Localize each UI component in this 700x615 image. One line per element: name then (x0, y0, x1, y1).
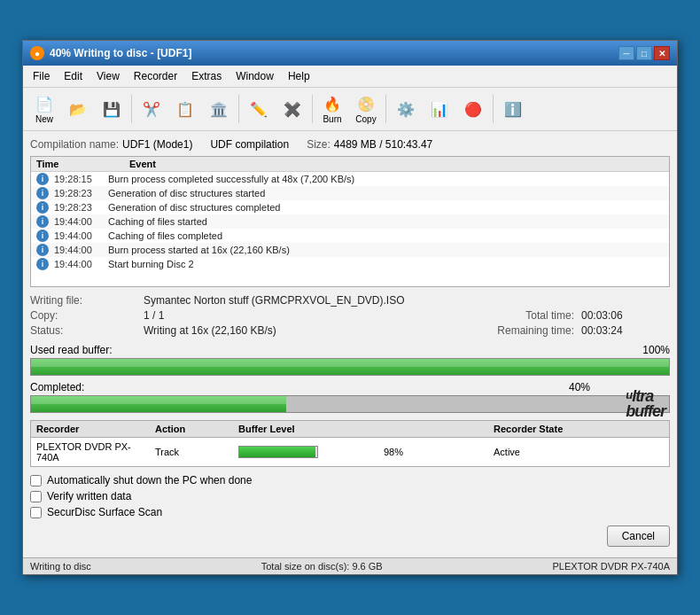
toolbar-sep-5 (493, 95, 494, 123)
status-value: Writing at 16x (22,160 KB/s) (144, 324, 461, 337)
toolbar-info[interactable]: ℹ️ (497, 97, 529, 121)
compilation-name-field: Compilation name: UDF1 (Mode1) (30, 138, 192, 151)
burn-icon: 🔥 (323, 94, 342, 113)
completed-label: Completed: (30, 381, 84, 393)
copy-value: 1 / 1 (144, 309, 461, 322)
remaining-label: Remaining time: (468, 324, 574, 337)
log-info-icon: i (36, 201, 49, 214)
log-time: 19:28:23 (54, 188, 103, 199)
ultra-buffer-logo: ultrabuffer (626, 387, 665, 421)
log-row: i 19:28:23 Generation of disc structures… (31, 200, 669, 214)
title-controls: ─ □ ✕ (618, 46, 670, 60)
status-device: PLEXTOR DVDR PX-740A (553, 561, 670, 572)
log-event-text: Caching of files completed (108, 230, 664, 241)
log-row: i 19:44:00 Caching of files started (31, 214, 669, 229)
cut-icon: ✂️ (142, 99, 161, 119)
compilation-name-label: Compilation name: (30, 138, 119, 151)
toolbar-record[interactable]: 🔴 (457, 97, 489, 121)
log-event-text: Generation of disc structures completed (108, 202, 664, 213)
log-info-icon: i (36, 187, 49, 199)
toolbar-edit[interactable]: ✏️ (243, 97, 275, 121)
cancel-button[interactable]: Cancel (607, 525, 670, 547)
read-buffer-label-row: Used read buffer: 100% (30, 344, 670, 356)
toolbar-paste[interactable]: 📋 (169, 97, 201, 121)
menu-extras[interactable]: Extras (185, 67, 228, 85)
main-window: ● 40% Writing to disc - [UDF1] ─ □ ✕ Fil… (22, 40, 678, 575)
log-event-text: Start burning Disc 2 (108, 259, 664, 269)
log-area[interactable]: Time Event i 19:28:15 Burn process compl… (30, 156, 670, 287)
log-time: 19:28:15 (54, 174, 103, 184)
toolbar-save[interactable]: 💾 (96, 97, 128, 121)
recorder-name: PLEXTOR DVDR PX-740A (36, 441, 152, 463)
shutdown-checkbox[interactable] (30, 475, 42, 487)
new-icon: 📄 (35, 94, 54, 113)
status-writing: Writing to disc (30, 561, 91, 572)
buffer-progress-fill (239, 447, 315, 457)
menu-edit[interactable]: Edit (58, 67, 89, 85)
toolbar-sep-4 (385, 95, 386, 123)
toolbar-cut[interactable]: ✂️ (136, 97, 167, 121)
log-event-text: Burn process started at 16x (22,160 KB/s… (108, 245, 664, 255)
read-buffer-section: Used read buffer: 100% (30, 344, 670, 376)
col-buffer: Buffer Level (238, 424, 380, 434)
status-bar: Writing to disc Total size on disc(s): 9… (23, 557, 677, 574)
menu-file[interactable]: File (27, 67, 56, 85)
toolbar-stats[interactable]: 📊 (424, 97, 455, 121)
save-icon: 💾 (102, 99, 121, 119)
delete-icon: ✖️ (283, 99, 302, 119)
maximize-button[interactable]: □ (636, 46, 652, 60)
stats-icon: 📊 (430, 99, 449, 119)
copy-label: Copy: (30, 309, 136, 322)
compilation-name-value: UDF1 (Mode1) (122, 138, 192, 151)
menu-window[interactable]: Window (229, 67, 280, 85)
compilation-size-field: Size: 4489 MB / 510:43.47 (307, 138, 432, 151)
app-icon: ● (30, 46, 44, 60)
settings-icon: ⚙️ (396, 99, 416, 119)
securdisc-checkbox[interactable] (30, 507, 42, 518)
recorder-state: Active (494, 447, 664, 457)
toolbar-copy-label: Copy (355, 114, 376, 124)
log-event-text: Burn process completed successfully at 4… (108, 174, 664, 184)
buffer-progress-bar (238, 446, 318, 458)
completed-fill (31, 396, 286, 412)
copy-icon: 📀 (356, 94, 376, 113)
completed-section: Completed: 40% ultrabuffer (30, 381, 670, 413)
recorder-table-header: Recorder Action Buffer Level Recorder St… (31, 421, 669, 438)
log-row: i 19:28:15 Burn process completed succes… (31, 172, 669, 186)
toolbar-sep-1 (131, 95, 132, 123)
menu-bar: File Edit View Recorder Extras Window He… (23, 66, 677, 88)
status-size: Total size on disc(s): 9.6 GB (261, 561, 383, 572)
log-info-icon: i (36, 215, 49, 228)
toolbar-settings[interactable]: ⚙️ (390, 97, 422, 121)
log-row: i 19:28:23 Generation of disc structures… (31, 186, 669, 200)
log-time: 19:44:00 (54, 245, 103, 255)
toolbar-copy[interactable]: 📀 Copy (350, 91, 382, 127)
file-value: Symantec Norton stuff (GRMCPRXVOL_EN_DVD… (144, 294, 670, 307)
record-icon: 🔴 (463, 99, 483, 119)
toolbar-open[interactable]: 📂 (62, 97, 94, 121)
toolbar-new[interactable]: 📄 New (28, 91, 60, 127)
menu-recorder[interactable]: Recorder (128, 67, 183, 85)
compilation-size-label: Size: (307, 138, 331, 151)
log-col-time: Time (36, 159, 94, 169)
checkbox-securdisc: SecurDisc Surface Scan (30, 506, 670, 518)
minimize-button[interactable]: ─ (618, 46, 634, 60)
window-title: 40% Writing to disc - [UDF1] (50, 47, 191, 59)
toolbar-burn[interactable]: 🔥 Burn (316, 91, 348, 127)
menu-view[interactable]: View (90, 67, 126, 85)
toolbar-delete[interactable]: ✖️ (276, 97, 308, 121)
log-rows: i 19:28:15 Burn process completed succes… (31, 172, 669, 271)
remaining-value: 00:03:24 (581, 324, 670, 337)
main-content: Compilation name: UDF1 (Mode1) UDF compi… (23, 131, 677, 557)
log-info-icon: i (36, 244, 49, 256)
close-button[interactable]: ✕ (654, 46, 670, 60)
file-label: Writing file: (30, 294, 136, 307)
toolbar-burn-label: Burn (323, 114, 341, 124)
recorder-action: Track (155, 447, 235, 457)
menu-help[interactable]: Help (282, 67, 316, 85)
checkbox-verify: Verify written data (30, 490, 670, 502)
col-buffer-empty (384, 424, 490, 434)
log-time: 19:44:00 (54, 216, 103, 227)
verify-checkbox[interactable] (30, 491, 42, 502)
toolbar-library[interactable]: 🏛️ (203, 97, 235, 121)
